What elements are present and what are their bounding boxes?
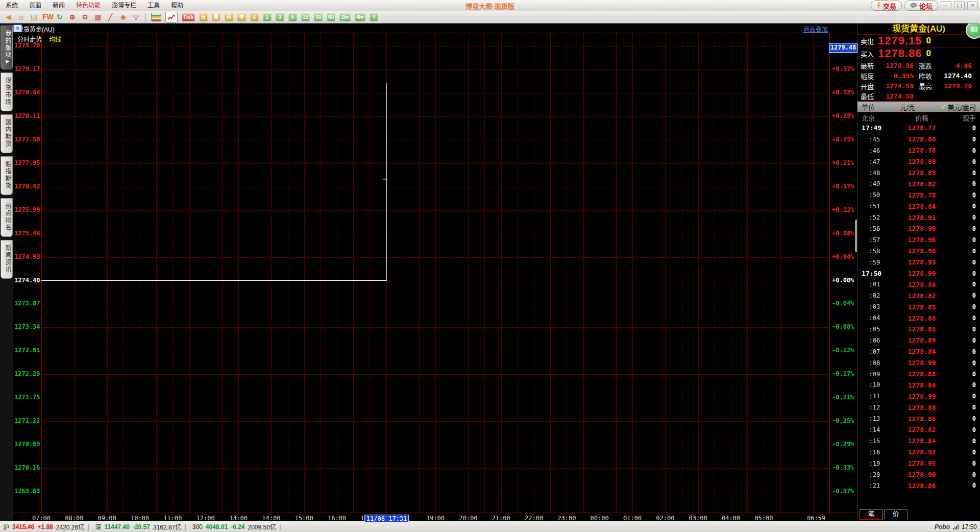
buy-price: 1278.86 xyxy=(878,47,922,60)
sell-row: 卖出 1279.15 0 xyxy=(857,35,980,47)
tick-row[interactable]: :57 1278.96 0 xyxy=(857,234,980,246)
period-button[interactable]: Y xyxy=(370,13,378,21)
toolbar-icon[interactable]: ▽ xyxy=(132,13,140,21)
period-button[interactable]: X xyxy=(250,13,259,21)
sidebar-tab[interactable]: 热点排名 xyxy=(1,198,13,237)
period-button[interactable]: 3 xyxy=(276,13,284,21)
sidebar-tab[interactable]: 国内期货 xyxy=(1,114,13,153)
tick-row[interactable]: :21 1278.86 0 xyxy=(857,480,980,492)
panel-bottom-tab[interactable]: 笔 xyxy=(860,509,883,520)
tick-row[interactable]: :56 1278.90 0 xyxy=(857,223,980,234)
toolbar-icon[interactable]: ⌂ xyxy=(17,13,26,21)
tick-row[interactable]: :02 1278.82 0 xyxy=(857,290,980,301)
panel-bottom-tab[interactable]: 价 xyxy=(884,509,908,519)
toolbar-icon[interactable]: ▤ xyxy=(30,13,38,21)
tick-row[interactable]: :45 1278.80 0 xyxy=(857,134,980,145)
tick-row[interactable]: :58 1278.90 0 xyxy=(857,246,980,257)
tick-row[interactable]: :11 1278.99 0 xyxy=(857,391,980,402)
menu-item[interactable]: 特色功能 xyxy=(70,1,106,11)
window-control-button[interactable]: ▢ xyxy=(954,1,965,10)
tick-row[interactable]: :50 1278.78 0 xyxy=(857,189,980,201)
chart-symbol-tab[interactable]: 现货黄金(AU) xyxy=(17,25,55,33)
tick-row[interactable]: :16 1278.92 0 xyxy=(857,447,980,458)
sidebar-tab[interactable]: 股指期货 xyxy=(1,156,13,195)
tick-row[interactable]: 17:49 1278.77 0 xyxy=(857,123,980,134)
period-button[interactable]: 日 xyxy=(199,13,208,21)
tick-row[interactable]: :59 1278.93 0 xyxy=(857,257,980,268)
period-button[interactable]: 1 xyxy=(263,13,272,21)
tick-row[interactable]: :15 1278.84 0 xyxy=(857,436,980,447)
toolbar-icon[interactable]: ▦ xyxy=(93,13,102,21)
period-button[interactable]: 季 xyxy=(237,13,246,21)
period-button[interactable]: 月 xyxy=(225,13,233,21)
tick-row[interactable]: :20 1278.90 0 xyxy=(857,469,980,480)
chart-area: 现货黄金(AU) 商品叠加 ◄►▤ 分时走势均线 1279.48 1279.70… xyxy=(13,23,857,521)
sidebar-tab[interactable]: 现货市场 xyxy=(1,72,13,111)
trade-button[interactable]: 交易 xyxy=(871,1,902,11)
quote-panel: 63 现货黄金(AU) 卖出 1279.15 0 买入 1278.86 0 最新… xyxy=(857,23,980,521)
tick-row[interactable]: :12 1278.88 0 xyxy=(857,402,980,413)
plot-area[interactable]: 分时走势均线 1279.48 1279.70+0.42%1279.17+0.37… xyxy=(13,33,857,521)
tick-row[interactable]: :09 1278.88 0 xyxy=(857,369,980,380)
tick-row[interactable]: :05 1278.85 0 xyxy=(857,324,980,335)
tick-row[interactable]: :01 1278.84 0 xyxy=(857,279,980,290)
period-button[interactable]: 周 xyxy=(212,13,220,21)
tick-row[interactable]: :52 1278.91 0 xyxy=(857,212,980,223)
menu-item[interactable]: 澎博专栏 xyxy=(106,1,142,11)
period-button[interactable]: 60 xyxy=(327,13,335,21)
overlay-link[interactable]: 商品叠加 xyxy=(803,25,828,33)
sidebar-tab[interactable]: 新闻资讯 xyxy=(1,240,13,279)
toolbar-icon[interactable]: ◆ xyxy=(119,13,128,21)
period-button[interactable]: 30 xyxy=(314,13,323,21)
menu-item[interactable]: 系统 xyxy=(0,1,23,11)
clock: 17:50 xyxy=(962,523,977,530)
tick-row[interactable]: 17:50 1278.99 0 xyxy=(857,268,980,279)
period-button[interactable]: 15 xyxy=(301,13,310,21)
menu-item[interactable]: 页面 xyxy=(23,1,47,11)
toolbar-icon[interactable]: ◀ xyxy=(4,13,13,21)
quote-table-icon[interactable] xyxy=(151,13,161,21)
sidebar-tab[interactable]: 我的版块▶ xyxy=(1,26,13,69)
tick-row[interactable]: :06 1278.89 0 xyxy=(857,335,980,346)
tick-row[interactable]: :46 1278.78 0 xyxy=(857,145,980,156)
tick-row[interactable]: :08 1278.99 0 xyxy=(857,357,980,369)
tick-row[interactable]: :49 1278.82 0 xyxy=(857,178,980,189)
notification-badge[interactable]: 63 xyxy=(966,21,980,39)
time-chart-icon-selected[interactable] xyxy=(165,12,178,22)
period-button[interactable]: 4hr xyxy=(355,13,366,21)
tick-row[interactable]: :03 1278.85 0 xyxy=(857,301,980,312)
tick-row[interactable]: :13 1278.86 0 xyxy=(857,413,980,424)
tick-row[interactable]: :14 1278.82 0 xyxy=(857,424,980,436)
tick-row[interactable]: :48 1278.83 0 xyxy=(857,167,980,179)
period-button[interactable]: Tick xyxy=(182,13,195,21)
window-control-button[interactable]: × xyxy=(967,1,978,10)
check-icon: ✔ xyxy=(940,103,946,111)
tick-row[interactable]: :10 1278.84 0 xyxy=(857,379,980,391)
menu-item[interactable]: 帮助 xyxy=(165,1,189,11)
buy-qty: 0 xyxy=(926,49,931,59)
chart-nav-button[interactable]: ▤ xyxy=(13,25,22,32)
tick-row[interactable]: :04 1278.88 0 xyxy=(857,312,980,324)
menu-item[interactable]: 新闻 xyxy=(47,1,70,11)
period-button[interactable]: 2hr xyxy=(339,13,351,21)
tick-row[interactable]: :19 1278.95 0 xyxy=(857,458,980,469)
period-button[interactable]: 5 xyxy=(288,13,297,21)
crosshair-time-label: 11/08 17:31 xyxy=(364,515,409,523)
stat-row: 开盘 1274.50 最高 1279.70 xyxy=(857,81,980,91)
tick-row[interactable]: :51 1278.84 0 xyxy=(857,201,980,212)
stat-row: 最低 1274.50 xyxy=(857,91,980,101)
tick-row[interactable]: :07 1278.84 0 xyxy=(857,346,980,357)
toolbar-icon[interactable]: ⊖ xyxy=(81,13,89,21)
toolbar-icon[interactable]: FW xyxy=(42,13,51,21)
toolbar-icon[interactable]: ⊕ xyxy=(68,13,77,21)
cursor-price-label: 1279.48 xyxy=(829,43,857,53)
menu-item[interactable]: 工具 xyxy=(142,1,165,11)
unit-option-ounce[interactable]: 美元/盎司 xyxy=(947,102,976,112)
toolbar-icon[interactable]: ╱ xyxy=(106,13,115,21)
unit-option-gram[interactable]: 元/克 xyxy=(875,102,940,112)
toolbar-icon[interactable]: ↻ xyxy=(55,13,64,21)
forum-button[interactable]: 论坛 xyxy=(904,1,938,11)
window-control-button[interactable]: – xyxy=(941,1,951,10)
lightning-icon xyxy=(876,2,881,9)
tick-row[interactable]: :47 1278.88 0 xyxy=(857,156,980,167)
